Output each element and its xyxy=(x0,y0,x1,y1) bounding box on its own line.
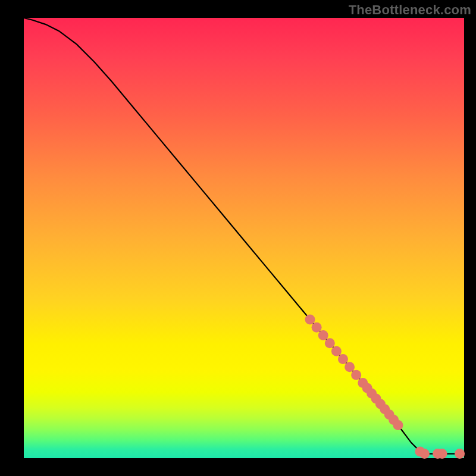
plot-svg xyxy=(24,18,464,458)
data-point xyxy=(419,449,430,459)
bottleneck-curve xyxy=(24,18,464,454)
data-point xyxy=(437,449,447,459)
data-point xyxy=(393,420,403,430)
chart-frame: TheBottleneck.com xyxy=(0,0,476,476)
data-point xyxy=(312,322,322,333)
data-point xyxy=(345,362,355,372)
data-point xyxy=(338,354,348,364)
data-point xyxy=(455,449,465,459)
data-point xyxy=(305,314,315,324)
data-point xyxy=(331,346,342,356)
data-point xyxy=(318,330,328,340)
watermark-label: TheBottleneck.com xyxy=(349,2,471,18)
data-point xyxy=(351,370,361,380)
plot-area xyxy=(24,18,464,458)
scatter-group xyxy=(305,314,465,459)
data-point xyxy=(325,338,335,348)
